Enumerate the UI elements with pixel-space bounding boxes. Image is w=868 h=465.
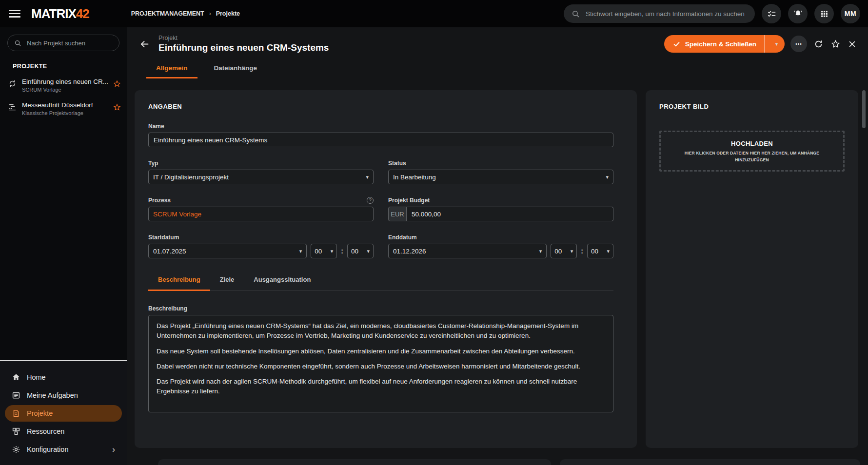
sidebar-project-crm[interactable]: Einführung eines neuen CR... SCRUM Vorla… — [0, 74, 127, 97]
apps-button[interactable] — [814, 4, 834, 23]
topbar: MATRIX42 PROJEKTMANAGEMENT › Projekte — [0, 0, 868, 27]
chevron-down-icon: ▾ — [571, 248, 573, 254]
sidebar-item-konfiguration[interactable]: Konfiguration › — [5, 441, 122, 458]
gantt-chart-icon — [8, 103, 17, 111]
subtab-beschreibung[interactable]: Beschreibung — [148, 276, 210, 291]
enddatum-hour-select[interactable]: 00 ▾ — [551, 244, 577, 258]
tab-allgemein[interactable]: Allgemein — [146, 60, 197, 78]
typ-label: Typ — [148, 160, 374, 167]
global-search-input[interactable] — [585, 10, 747, 18]
gear-icon — [12, 445, 20, 454]
sync-icon — [8, 79, 17, 88]
subtab-ausgangssituation[interactable]: Ausgangssituation — [244, 276, 320, 291]
save-close-button[interactable]: Speichern & Schließen — [664, 35, 764, 53]
enddatum-label: Enddatum — [388, 234, 613, 241]
sidebar-item-ressourcen[interactable]: Ressourcen — [5, 423, 122, 440]
project-search-input[interactable] — [26, 39, 113, 47]
project-subtitle: SCRUM Vorlage — [22, 87, 108, 93]
description-subtabs: Beschreibung Ziele Ausgangssituation — [148, 276, 613, 291]
beschreibung-textarea[interactable]: Das Projekt „Einführung eines neuen CRM-… — [148, 315, 613, 412]
status-value: In Bearbeitung — [393, 174, 436, 181]
upload-hint: HIER KLICKEN ODER DATEIEN HIER HER ZIEHE… — [676, 150, 828, 163]
enddatum-date-select[interactable]: 01.12.2026 ▾ — [388, 244, 547, 258]
prozess-field-group: Prozess ? SCRUM Vorlage — [148, 197, 374, 221]
startdatum-date-select[interactable]: 01.07.2025 ▾ — [148, 244, 307, 258]
breadcrumb-page[interactable]: Projekte — [216, 10, 240, 17]
nav-label: Projekte — [27, 409, 53, 417]
search-icon — [14, 39, 21, 47]
enddatum-field-group: Enddatum 01.12.2026 ▾ 00 ▾ : — [388, 234, 613, 258]
sidebar-item-projekte[interactable]: Projekte — [5, 405, 122, 422]
favorite-star-icon[interactable] — [113, 103, 121, 111]
startdatum-label: Startdatum — [148, 234, 374, 241]
favorite-star-icon[interactable] — [830, 39, 841, 50]
back-arrow-icon[interactable] — [138, 37, 152, 51]
budget-input[interactable] — [407, 207, 613, 221]
tab-dateianhaenge[interactable]: Dateianhänge — [204, 60, 267, 78]
startdatum-field-group: Startdatum 01.07.2025 ▾ 00 ▾ : — [148, 234, 374, 258]
document-icon — [12, 409, 20, 418]
enddatum-minute-select[interactable]: 00 ▾ — [587, 244, 613, 258]
status-field-group: Status In Bearbeitung ▾ — [388, 160, 613, 184]
sidebar-project-messe[interactable]: Messeauftritt Düsseldorf Klassische Proj… — [0, 97, 127, 120]
nav-label: Meine Aufgaben — [27, 391, 78, 399]
upload-title: HOCHLADEN — [666, 140, 838, 147]
page-title: Einführung eines neuen CRM-Systems — [158, 42, 329, 53]
hamburger-menu-icon[interactable] — [9, 10, 20, 18]
nav-label: Ressourcen — [27, 427, 64, 435]
chevron-down-icon: ▾ — [366, 174, 369, 180]
user-avatar[interactable]: MM — [841, 4, 860, 23]
panel-title: PROJEKT BILD — [659, 103, 845, 110]
startdatum-minute-select[interactable]: 00 ▾ — [347, 244, 374, 258]
global-search[interactable] — [564, 4, 755, 23]
tasks-button[interactable] — [762, 4, 781, 23]
chevron-down-icon: ▾ — [539, 248, 542, 254]
home-icon — [12, 373, 20, 382]
enddatum-minute-value: 00 — [591, 248, 598, 255]
logo-text-white: MATRIX — [31, 6, 76, 21]
prozess-label-row: Prozess ? — [148, 197, 374, 204]
sidebar-item-meine-aufgaben[interactable]: Meine Aufgaben — [5, 387, 122, 404]
save-options-button[interactable]: ▾ — [764, 35, 785, 53]
angaben-card: ANGABEN Name Typ IT / Digitalisierungspr… — [135, 90, 637, 448]
section-title: ANGABEN — [148, 103, 613, 110]
help-icon[interactable]: ? — [367, 197, 374, 204]
startdatum-hour-select[interactable]: 00 ▾ — [311, 244, 337, 258]
topbar-actions: MM — [564, 4, 860, 23]
grid-apps-icon — [820, 10, 829, 18]
project-search[interactable] — [7, 35, 119, 51]
sidebar-section-title: PROJEKTE — [13, 63, 127, 70]
beschreibung-paragraph: Das Projekt „Einführung eines neuen CRM-… — [157, 321, 605, 341]
page-header: Projekt Einführung eines neuen CRM-Syste… — [127, 27, 868, 60]
breadcrumb: PROJEKTMANAGEMENT › Projekte — [131, 10, 240, 17]
subtab-ziele[interactable]: Ziele — [210, 276, 244, 291]
beschreibung-paragraph: Das Projekt wird nach der agilen SCRUM-M… — [157, 377, 605, 397]
sidebar-item-home[interactable]: Home — [5, 369, 122, 386]
typ-status-row: Typ IT / Digitalisierungsprojekt ▾ Statu… — [148, 160, 613, 184]
status-select[interactable]: In Bearbeitung ▾ — [388, 170, 613, 184]
favorite-star-icon[interactable] — [113, 80, 121, 88]
breadcrumb-section[interactable]: PROJEKTMANAGEMENT — [131, 10, 204, 17]
refresh-icon[interactable] — [813, 39, 824, 50]
nav-label: Home — [27, 373, 46, 381]
project-subtitle: Klassische Projektvorlage — [22, 110, 93, 116]
budget-field: EUR — [388, 207, 613, 221]
prozess-field[interactable]: SCRUM Vorlage — [148, 207, 374, 221]
beschreibung-paragraph: Dabei werden nicht nur technische Kompon… — [157, 362, 605, 371]
chevron-right-icon[interactable]: › — [112, 445, 115, 454]
search-icon — [572, 10, 580, 18]
startdatum-controls: 01.07.2025 ▾ 00 ▾ : 00 ▾ — [148, 244, 374, 258]
chevron-down-icon: ▾ — [606, 174, 609, 180]
notifications-button[interactable] — [788, 4, 808, 23]
typ-select[interactable]: IT / Digitalisierungsprojekt ▾ — [148, 170, 374, 184]
prozess-value[interactable]: SCRUM Vorlage — [153, 211, 201, 218]
task-list-icon — [12, 391, 20, 400]
upload-dropzone[interactable]: HOCHLADEN HIER KLICKEN ODER DATEIEN HIER… — [659, 131, 845, 172]
project-title: Messeauftritt Düsseldorf — [22, 101, 93, 109]
more-actions-button[interactable]: ••• — [790, 36, 807, 52]
vertical-scrollbar[interactable] — [862, 90, 866, 128]
name-input[interactable] — [148, 133, 613, 147]
close-icon[interactable] — [847, 39, 857, 49]
chevron-down-icon: ▾ — [607, 248, 610, 254]
project-text: Messeauftritt Düsseldorf Klassische Proj… — [22, 101, 93, 116]
